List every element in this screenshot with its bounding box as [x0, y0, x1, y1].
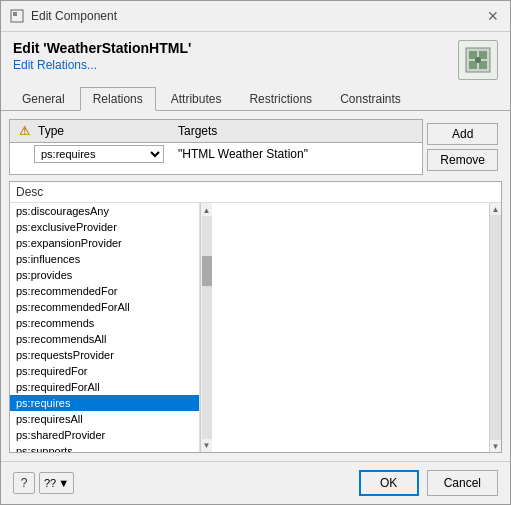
dialog-title: Edit 'WeatherStationHTML' [13, 40, 191, 56]
right-scroll-down[interactable]: ▼ [490, 440, 501, 452]
svg-rect-1 [13, 12, 17, 16]
right-scroll-up[interactable]: ▲ [490, 203, 501, 215]
scroll-up-arrow[interactable]: ▲ [202, 205, 212, 215]
remove-button[interactable]: Remove [427, 149, 498, 171]
type-list-container[interactable]: ps:discouragesAnyps:exclusiveProviderps:… [10, 203, 200, 452]
type-list-item[interactable]: ps:sharedProvider [10, 427, 199, 443]
type-list-item[interactable]: ps:recommendsAll [10, 331, 199, 347]
side-buttons: Add Remove [423, 119, 502, 175]
svg-rect-4 [479, 51, 487, 59]
table-with-buttons: ⚠ Type Targets ps:requires "HTML Weather… [9, 119, 502, 175]
dialog-body: ⚠ Type Targets ps:requires "HTML Weather… [1, 111, 510, 461]
table-row[interactable]: ps:requires "HTML Weather Station" [10, 143, 422, 165]
col-targets-header: Targets [174, 122, 418, 140]
type-list-scrollbar[interactable]: ▲ ▼ [200, 203, 212, 452]
type-list-item[interactable]: ps:requires [10, 395, 199, 411]
title-bar-left: Edit Component [9, 8, 117, 24]
close-button[interactable]: ✕ [484, 7, 502, 25]
type-list: ps:discouragesAnyps:exclusiveProviderps:… [10, 203, 199, 452]
type-list-item[interactable]: ps:exclusiveProvider [10, 219, 199, 235]
tab-general[interactable]: General [9, 87, 78, 111]
type-list-item[interactable]: ps:requiresAll [10, 411, 199, 427]
component-icon [9, 8, 25, 24]
footer-right: OK Cancel [359, 470, 498, 496]
scroll-track [202, 216, 212, 439]
desc-header: Desc [10, 182, 501, 203]
title-bar-text: Edit Component [31, 9, 117, 23]
right-scroll-track [490, 215, 501, 440]
tabs-row: General Relations Attributes Restriction… [1, 86, 510, 111]
footer-left: ? ?? ▼ [13, 472, 74, 494]
scroll-down-arrow[interactable]: ▼ [202, 440, 212, 450]
svg-rect-3 [469, 51, 477, 59]
header-text: Edit 'WeatherStationHTML' Edit Relations… [13, 40, 191, 72]
tab-constraints[interactable]: Constraints [327, 87, 414, 111]
ok-button[interactable]: OK [359, 470, 419, 496]
type-list-item[interactable]: ps:influences [10, 251, 199, 267]
tab-relations[interactable]: Relations [80, 87, 156, 111]
edit-component-dialog: Edit Component ✕ Edit 'WeatherStationHTM… [0, 0, 511, 505]
title-bar: Edit Component ✕ [1, 1, 510, 32]
type-list-item[interactable]: ps:requiredForAll [10, 379, 199, 395]
svg-rect-5 [469, 61, 477, 69]
svg-point-7 [475, 57, 481, 63]
relations-table: ⚠ Type Targets ps:requires "HTML Weather… [9, 119, 423, 175]
add-button[interactable]: Add [427, 123, 498, 145]
dialog-footer: ? ?? ▼ OK Cancel [1, 461, 510, 504]
type-list-item[interactable]: ps:recommendedFor [10, 283, 199, 299]
type-list-item[interactable]: ps:discouragesAny [10, 203, 199, 219]
type-list-item[interactable]: ps:recommends [10, 315, 199, 331]
dropdown-button[interactable]: ?? ▼ [39, 472, 74, 494]
table-header: ⚠ Type Targets [10, 120, 422, 143]
type-select[interactable]: ps:requires [34, 145, 164, 163]
type-list-item[interactable]: ps:recommendedForAll [10, 299, 199, 315]
type-list-item[interactable]: ps:provides [10, 267, 199, 283]
desc-content [212, 203, 489, 452]
dialog-header: Edit 'WeatherStationHTML' Edit Relations… [1, 32, 510, 84]
warning-header-icon: ⚠ [14, 122, 34, 140]
type-list-item[interactable]: ps:expansionProvider [10, 235, 199, 251]
row-type-cell: ps:requires [34, 145, 174, 163]
tab-restrictions[interactable]: Restrictions [236, 87, 325, 111]
scroll-thumb [202, 256, 212, 286]
type-list-item[interactable]: ps:requestsProvider [10, 347, 199, 363]
component-header-icon [458, 40, 498, 80]
type-list-item[interactable]: ps:supports [10, 443, 199, 452]
right-scrollbar[interactable]: ▲ ▼ [489, 203, 501, 452]
col-type-header: Type [34, 122, 174, 140]
dropdown-arrow-icon: ▼ [58, 477, 69, 489]
edit-relations-link[interactable]: Edit Relations... [13, 58, 191, 72]
help-button[interactable]: ? [13, 472, 35, 494]
type-dropdown-section: ps:discouragesAnyps:exclusiveProviderps:… [10, 203, 501, 452]
svg-rect-6 [479, 61, 487, 69]
cancel-button[interactable]: Cancel [427, 470, 498, 496]
type-list-item[interactable]: ps:requiredFor [10, 363, 199, 379]
row-targets-cell: "HTML Weather Station" [174, 145, 418, 163]
tab-attributes[interactable]: Attributes [158, 87, 235, 111]
desc-section: Desc ps:discouragesAnyps:exclusiveProvid… [9, 181, 502, 453]
dropdown-label: ?? [44, 477, 56, 489]
